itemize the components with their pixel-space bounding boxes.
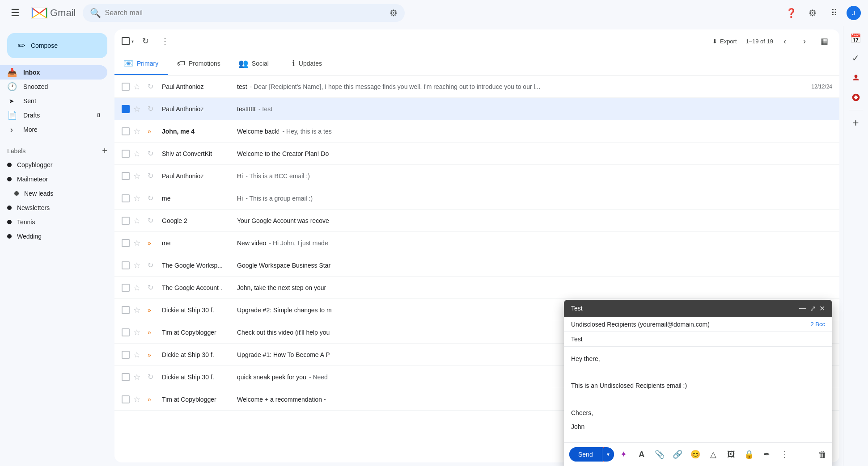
star-button[interactable]: ☆	[133, 171, 144, 181]
star-button[interactable]: ☆	[133, 126, 144, 136]
tab-primary[interactable]: 📧 Primary	[114, 53, 168, 75]
star-button[interactable]: ☆	[133, 149, 144, 159]
star-button[interactable]: ☆	[133, 82, 144, 92]
label-mailmeteor[interactable]: Mailmeteor	[0, 172, 114, 186]
row-checkbox[interactable]	[122, 127, 130, 135]
tasks-icon[interactable]: ✓	[847, 49, 865, 67]
view-options-button[interactable]: ▦	[816, 33, 832, 49]
sidebar-item-sent[interactable]: ➤ Sent	[0, 94, 107, 108]
signature-icon[interactable]: ✒	[759, 446, 775, 462]
star-button[interactable]: ☆	[133, 395, 144, 404]
snooze-button[interactable]: ↻	[148, 105, 158, 113]
sidebar-item-more[interactable]: › More	[0, 122, 107, 137]
row-checkbox[interactable]	[122, 351, 130, 359]
snooze-button[interactable]: ↻	[148, 283, 158, 292]
snooze-button[interactable]: ↻	[148, 261, 158, 269]
snooze-button[interactable]: ↻	[148, 172, 158, 180]
table-row[interactable]: ☆ » me New video - Hi John, I just made	[114, 232, 839, 254]
next-page-button[interactable]: ›	[796, 33, 813, 49]
filter-icon[interactable]: ⚙	[390, 8, 398, 18]
star-button[interactable]: ☆	[133, 350, 144, 360]
compose-button[interactable]: ✏ Compose	[7, 33, 107, 58]
hamburger-menu[interactable]: ☰	[7, 4, 23, 22]
search-input[interactable]	[105, 9, 386, 17]
more-options-footer-icon[interactable]: ⋮	[777, 446, 793, 462]
table-row[interactable]: ☆ ↻ Paul Anthonioz testttttt - test	[114, 98, 839, 120]
delete-draft-button[interactable]: 🗑	[818, 449, 827, 460]
star-button[interactable]: ☆	[133, 260, 144, 270]
row-checkbox[interactable]	[122, 306, 130, 314]
bcc-label[interactable]: 2 Bcc	[810, 321, 825, 327]
row-checkbox[interactable]	[122, 150, 130, 158]
snooze-button[interactable]: ↻	[148, 373, 158, 381]
send-button[interactable]: Send	[569, 447, 602, 462]
maximize-icon[interactable]: ⤢	[810, 304, 816, 313]
star-button[interactable]: ☆	[133, 372, 144, 382]
label-tennis[interactable]: Tennis	[0, 215, 114, 229]
row-checkbox[interactable]	[122, 328, 130, 336]
mailmeteor-icon[interactable]	[847, 88, 865, 106]
row-checkbox[interactable]	[122, 172, 130, 180]
table-row[interactable]: ☆ ↻ Paul Anthonioz Hi - This is a BCC em…	[114, 165, 839, 187]
row-checkbox[interactable]	[122, 217, 130, 225]
close-compose-icon[interactable]: ✕	[819, 304, 825, 313]
send-dropdown-button[interactable]: ▾	[602, 448, 614, 461]
table-row[interactable]: ☆ ↻ The Google Worksp... Google Workspac…	[114, 254, 839, 277]
ai-compose-icon[interactable]: ✦	[616, 446, 632, 462]
prev-page-button[interactable]: ‹	[777, 33, 793, 49]
tab-updates[interactable]: ℹ Updates	[283, 53, 337, 75]
image-icon[interactable]: 🖼	[723, 446, 739, 462]
format-text-icon[interactable]: A	[634, 446, 650, 462]
star-button[interactable]: ☆	[133, 104, 144, 114]
user-avatar[interactable]: J	[847, 6, 861, 20]
lock-icon[interactable]: 🔒	[741, 446, 757, 462]
add-icon[interactable]: +	[847, 114, 865, 132]
apps-icon[interactable]: ⠿	[825, 4, 843, 22]
table-row[interactable]: ☆ ↻ me Hi - This is a group email :)	[114, 187, 839, 210]
row-checkbox[interactable]	[122, 261, 130, 269]
more-options-button[interactable]: ⋮	[157, 33, 173, 49]
snooze-button[interactable]: ↻	[148, 149, 158, 158]
star-button[interactable]: ☆	[133, 193, 144, 203]
row-checkbox[interactable]	[122, 239, 130, 247]
select-all-checkbox[interactable]	[122, 37, 130, 45]
row-checkbox[interactable]	[122, 194, 130, 202]
star-button[interactable]: ☆	[133, 216, 144, 226]
row-checkbox[interactable]	[122, 105, 130, 113]
tab-promotions[interactable]: 🏷 Promotions	[168, 53, 229, 75]
row-checkbox[interactable]	[122, 83, 130, 91]
row-checkbox[interactable]	[122, 284, 130, 292]
attach-file-icon[interactable]: 📎	[652, 446, 668, 462]
sidebar-item-drafts[interactable]: 📄 Drafts 8	[0, 108, 107, 122]
sidebar-item-inbox[interactable]: 📥 Inbox	[0, 65, 107, 80]
search-icon[interactable]: 🔍	[90, 8, 101, 18]
insert-link-icon[interactable]: 🔗	[669, 446, 686, 462]
row-checkbox[interactable]	[122, 395, 130, 403]
label-wedding[interactable]: Wedding	[0, 229, 114, 243]
label-new-leads[interactable]: New leads	[0, 186, 114, 201]
select-dropdown-arrow[interactable]: ▾	[131, 39, 134, 44]
table-row[interactable]: ☆ ↻ The Google Account . John, take the …	[114, 277, 839, 299]
label-copyblogger[interactable]: Copyblogger	[0, 158, 114, 172]
help-icon[interactable]: ❓	[782, 4, 800, 22]
table-row[interactable]: ☆ ↻ Google 2 Your Google Account was rec…	[114, 210, 839, 232]
settings-icon[interactable]: ⚙	[804, 4, 821, 22]
label-newsletters[interactable]: Newsletters	[0, 201, 114, 215]
snooze-button[interactable]: ↻	[148, 82, 158, 91]
star-button[interactable]: ☆	[133, 283, 144, 293]
snooze-button[interactable]: ↻	[148, 194, 158, 202]
compose-body[interactable]: Hey there, This is an Undisclosed Recipi…	[564, 347, 832, 442]
minimize-icon[interactable]: —	[799, 304, 806, 312]
table-row[interactable]: ☆ ↻ Shiv at ConvertKit Welcome to the Cr…	[114, 143, 839, 165]
emoji-icon[interactable]: 😊	[687, 446, 703, 462]
drive-icon[interactable]: △	[705, 446, 721, 462]
export-button[interactable]: ⬇ Export	[707, 35, 742, 47]
star-button[interactable]: ☆	[133, 305, 144, 315]
calendar-icon[interactable]: 📅	[847, 29, 865, 47]
table-row[interactable]: ☆ ↻ Paul Anthonioz test - Dear [Recipien…	[114, 76, 839, 98]
star-button[interactable]: ☆	[133, 238, 144, 248]
snooze-button[interactable]: ↻	[148, 216, 158, 225]
refresh-button[interactable]: ↻	[137, 33, 153, 49]
tab-social[interactable]: 👥 Social	[229, 53, 283, 75]
contacts-icon[interactable]	[847, 69, 865, 87]
